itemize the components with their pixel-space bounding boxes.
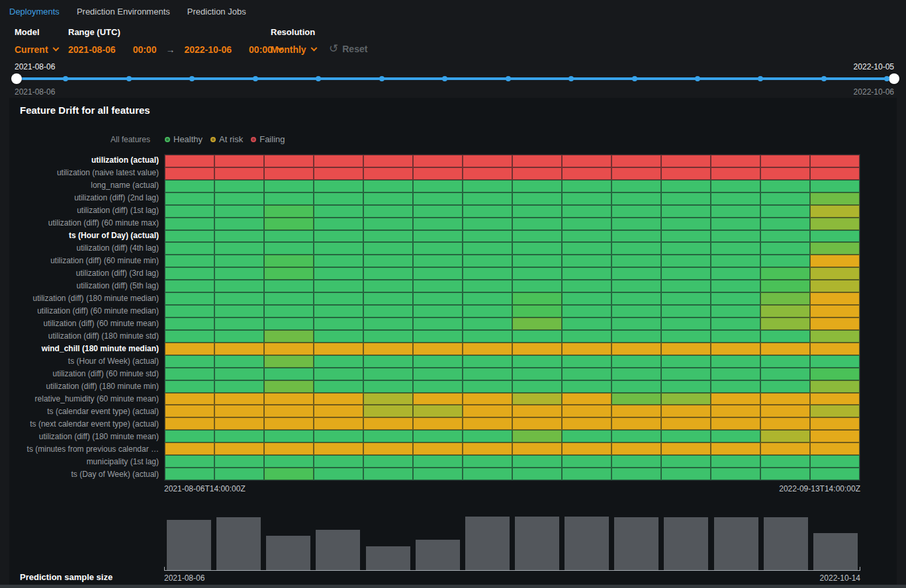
heatmap-cell[interactable]: [810, 355, 860, 368]
feature-row-label[interactable]: utilization (diff) (1st lag): [9, 204, 159, 217]
heatmap-cell[interactable]: [264, 405, 314, 417]
heatmap-cell[interactable]: [413, 280, 463, 292]
heatmap-cell[interactable]: [264, 167, 314, 180]
heatmap-cell[interactable]: [760, 355, 810, 368]
heatmap-cell[interactable]: [463, 417, 512, 430]
heatmap-cell[interactable]: [760, 218, 810, 230]
heatmap-cell[interactable]: [413, 317, 463, 330]
heatmap-cell[interactable]: [512, 180, 562, 192]
heatmap-cell[interactable]: [562, 155, 612, 167]
heatmap-cell[interactable]: [165, 442, 214, 455]
heatmap-cell[interactable]: [314, 380, 363, 393]
heatmap-cell[interactable]: [363, 255, 413, 267]
heatmap-cell[interactable]: [760, 393, 810, 405]
heatmap-cell[interactable]: [711, 292, 760, 305]
heatmap-cell[interactable]: [463, 255, 512, 267]
heatmap-cell[interactable]: [264, 205, 314, 218]
heatmap-cell[interactable]: [810, 292, 860, 305]
feature-row-label[interactable]: municipality (1st lag): [9, 456, 159, 468]
heatmap-cell[interactable]: [463, 280, 512, 292]
heatmap-cell[interactable]: [314, 393, 363, 405]
heatmap-cell[interactable]: [165, 305, 214, 317]
heatmap-cell[interactable]: [463, 192, 512, 205]
heatmap-cell[interactable]: [562, 330, 612, 343]
heatmap-cell[interactable]: [810, 255, 860, 267]
heatmap-cell[interactable]: [512, 405, 562, 417]
heatmap-cell[interactable]: [314, 280, 363, 292]
heatmap-cell[interactable]: [810, 330, 860, 343]
heatmap-cell[interactable]: [810, 393, 860, 405]
heatmap-cell[interactable]: [512, 167, 562, 180]
heatmap-cell[interactable]: [760, 455, 810, 468]
heatmap-cell[interactable]: [810, 155, 860, 167]
heatmap-cell[interactable]: [562, 292, 612, 305]
heatmap-cell[interactable]: [165, 255, 214, 267]
heatmap-cell[interactable]: [165, 292, 214, 305]
feature-row-label[interactable]: ts (minutes from previous calendar …: [9, 443, 159, 456]
heatmap-cell[interactable]: [314, 230, 363, 243]
heatmap-cell[interactable]: [165, 355, 214, 368]
heatmap-cell[interactable]: [413, 343, 463, 355]
heatmap-cell[interactable]: [711, 205, 760, 218]
heatmap-cell[interactable]: [612, 430, 661, 442]
model-dropdown[interactable]: Current: [15, 44, 58, 55]
heatmap-cell[interactable]: [314, 155, 363, 167]
heatmap-cell[interactable]: [810, 317, 860, 330]
heatmap-cell[interactable]: [214, 455, 264, 468]
heatmap-cell[interactable]: [463, 242, 512, 255]
heatmap-cell[interactable]: [612, 355, 661, 368]
heatmap-cell[interactable]: [363, 380, 413, 393]
heatmap-cell[interactable]: [413, 218, 463, 230]
heatmap-cell[interactable]: [463, 305, 512, 317]
feature-row-label[interactable]: utilization (diff) (60 minute median): [9, 305, 159, 317]
heatmap-cell[interactable]: [363, 317, 413, 330]
heatmap-cell[interactable]: [711, 368, 760, 380]
heatmap-cell[interactable]: [463, 330, 512, 343]
heatmap-cell[interactable]: [165, 205, 214, 218]
heatmap-cell[interactable]: [711, 343, 760, 355]
heatmap-cell[interactable]: [711, 218, 760, 230]
heatmap-cell[interactable]: [413, 380, 463, 393]
heatmap-cell[interactable]: [661, 393, 711, 405]
heatmap-cell[interactable]: [810, 267, 860, 280]
resolution-dropdown[interactable]: Monthly: [271, 44, 316, 55]
heatmap-cell[interactable]: [760, 368, 810, 380]
heatmap-cell[interactable]: [314, 468, 363, 480]
heatmap-cell[interactable]: [661, 267, 711, 280]
heatmap-cell[interactable]: [264, 380, 314, 393]
heatmap-cell[interactable]: [214, 292, 264, 305]
heatmap-cell[interactable]: [612, 180, 661, 192]
feature-row-label[interactable]: ts (Hour of Day) (actual): [9, 230, 159, 242]
heatmap-cell[interactable]: [612, 205, 661, 218]
heatmap-cell[interactable]: [314, 267, 363, 280]
heatmap-cell[interactable]: [463, 317, 512, 330]
heatmap-cell[interactable]: [214, 380, 264, 393]
heatmap-cell[interactable]: [165, 417, 214, 430]
heatmap-cell[interactable]: [214, 468, 264, 480]
heatmap-cell[interactable]: [264, 230, 314, 243]
heatmap-cell[interactable]: [612, 267, 661, 280]
heatmap-cell[interactable]: [264, 305, 314, 317]
heatmap-cell[interactable]: [512, 280, 562, 292]
heatmap-cell[interactable]: [314, 255, 363, 267]
heatmap-cell[interactable]: [810, 417, 860, 430]
heatmap-cell[interactable]: [363, 180, 413, 192]
heatmap-cell[interactable]: [214, 280, 264, 292]
heatmap-cell[interactable]: [214, 218, 264, 230]
feature-row-label[interactable]: long_name (actual): [9, 179, 159, 192]
heatmap-cell[interactable]: [810, 280, 860, 292]
feature-row-label[interactable]: utilization (diff) (60 minute max): [9, 217, 159, 230]
heatmap-cell[interactable]: [661, 368, 711, 380]
heatmap-cell[interactable]: [214, 330, 264, 343]
heatmap-cell[interactable]: [711, 317, 760, 330]
heatmap-cell[interactable]: [264, 292, 314, 305]
heatmap-cell[interactable]: [760, 330, 810, 343]
heatmap-cell[interactable]: [264, 355, 314, 368]
heatmap-cell[interactable]: [810, 218, 860, 230]
heatmap-cell[interactable]: [165, 317, 214, 330]
heatmap-cell[interactable]: [562, 267, 612, 280]
heatmap-cell[interactable]: [760, 343, 810, 355]
tab-prediction-environments[interactable]: Prediction Environments: [77, 7, 170, 17]
heatmap-cell[interactable]: [810, 242, 860, 255]
heatmap-cell[interactable]: [463, 180, 512, 192]
